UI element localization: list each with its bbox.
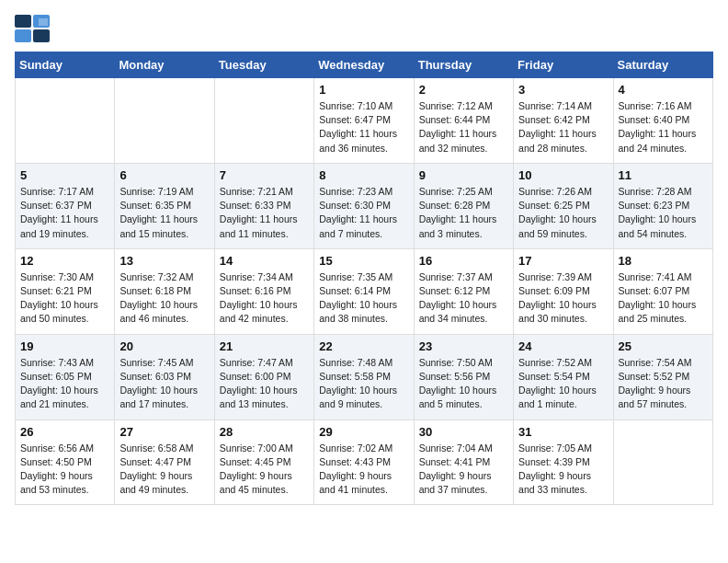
calendar-cell: 18Sunrise: 7:41 AM Sunset: 6:07 PM Dayli… — [613, 248, 712, 334]
calendar-cell: 27Sunrise: 6:58 AM Sunset: 4:47 PM Dayli… — [115, 419, 214, 505]
day-info: Sunrise: 7:26 AM Sunset: 6:25 PM Dayligh… — [518, 185, 608, 241]
calendar-cell: 16Sunrise: 7:37 AM Sunset: 6:12 PM Dayli… — [414, 248, 513, 334]
day-info: Sunrise: 7:48 AM Sunset: 5:58 PM Dayligh… — [319, 356, 408, 412]
calendar-table: SundayMondayTuesdayWednesdayThursdayFrid… — [15, 52, 713, 505]
day-info: Sunrise: 7:10 AM Sunset: 6:47 PM Dayligh… — [319, 99, 408, 155]
header-cell-monday: Monday — [115, 52, 214, 78]
calendar-cell: 19Sunrise: 7:43 AM Sunset: 6:05 PM Dayli… — [16, 334, 115, 419]
day-info: Sunrise: 6:58 AM Sunset: 4:47 PM Dayligh… — [119, 442, 209, 498]
day-info: Sunrise: 7:32 AM Sunset: 6:18 PM Dayligh… — [119, 270, 209, 327]
calendar-cell — [16, 78, 115, 164]
calendar-cell: 7Sunrise: 7:21 AM Sunset: 6:33 PM Daylig… — [214, 163, 313, 248]
calendar-cell: 24Sunrise: 7:52 AM Sunset: 5:54 PM Dayli… — [514, 334, 613, 419]
svg-marker-4 — [39, 18, 48, 26]
day-info: Sunrise: 7:47 AM Sunset: 6:00 PM Dayligh… — [220, 356, 309, 412]
day-number: 11 — [619, 168, 708, 182]
day-info: Sunrise: 7:21 AM Sunset: 6:33 PM Dayligh… — [220, 185, 309, 241]
calendar-cell: 8Sunrise: 7:23 AM Sunset: 6:30 PM Daylig… — [314, 163, 414, 248]
day-number: 17 — [518, 254, 608, 268]
day-number: 7 — [220, 168, 309, 182]
calendar-cell: 12Sunrise: 7:30 AM Sunset: 6:21 PM Dayli… — [16, 248, 115, 334]
day-info: Sunrise: 7:12 AM Sunset: 6:44 PM Dayligh… — [419, 99, 508, 155]
day-info: Sunrise: 7:00 AM Sunset: 4:45 PM Dayligh… — [220, 442, 309, 498]
day-number: 27 — [119, 425, 209, 439]
header-cell-saturday: Saturday — [613, 52, 712, 78]
day-number: 12 — [20, 254, 109, 268]
svg-rect-2 — [15, 29, 31, 42]
day-number: 22 — [319, 339, 408, 353]
day-number: 9 — [419, 168, 508, 182]
day-number: 5 — [20, 168, 109, 182]
week-row-5: 26Sunrise: 6:56 AM Sunset: 4:50 PM Dayli… — [16, 419, 713, 505]
day-number: 24 — [518, 339, 608, 353]
day-number: 19 — [20, 339, 109, 353]
calendar-cell: 9Sunrise: 7:25 AM Sunset: 6:28 PM Daylig… — [414, 163, 513, 248]
day-number: 14 — [220, 254, 309, 268]
header-cell-sunday: Sunday — [16, 52, 115, 78]
calendar-cell: 6Sunrise: 7:19 AM Sunset: 6:35 PM Daylig… — [115, 163, 214, 248]
day-info: Sunrise: 7:28 AM Sunset: 6:23 PM Dayligh… — [619, 185, 708, 241]
day-info: Sunrise: 7:34 AM Sunset: 6:16 PM Dayligh… — [220, 270, 309, 327]
svg-rect-0 — [15, 15, 31, 28]
day-info: Sunrise: 7:50 AM Sunset: 5:56 PM Dayligh… — [419, 356, 508, 412]
week-row-3: 12Sunrise: 7:30 AM Sunset: 6:21 PM Dayli… — [16, 248, 713, 334]
day-info: Sunrise: 7:02 AM Sunset: 4:43 PM Dayligh… — [319, 442, 408, 498]
calendar-cell: 13Sunrise: 7:32 AM Sunset: 6:18 PM Dayli… — [115, 248, 214, 334]
day-number: 16 — [419, 254, 508, 268]
day-number: 10 — [518, 168, 608, 182]
day-info: Sunrise: 7:39 AM Sunset: 6:09 PM Dayligh… — [518, 270, 608, 327]
day-info: Sunrise: 7:19 AM Sunset: 6:35 PM Dayligh… — [119, 185, 209, 241]
day-number: 31 — [518, 425, 608, 439]
calendar-cell: 26Sunrise: 6:56 AM Sunset: 4:50 PM Dayli… — [16, 419, 115, 505]
header — [15, 15, 713, 42]
day-number: 21 — [220, 339, 309, 353]
header-cell-thursday: Thursday — [414, 52, 513, 78]
logo-icon — [15, 15, 50, 42]
day-number: 3 — [518, 83, 608, 97]
day-info: Sunrise: 6:56 AM Sunset: 4:50 PM Dayligh… — [20, 442, 109, 498]
day-info: Sunrise: 7:54 AM Sunset: 5:52 PM Dayligh… — [619, 356, 708, 412]
day-number: 15 — [319, 254, 408, 268]
day-info: Sunrise: 7:45 AM Sunset: 6:03 PM Dayligh… — [119, 356, 209, 412]
calendar-cell: 31Sunrise: 7:05 AM Sunset: 4:39 PM Dayli… — [514, 419, 613, 505]
day-number: 18 — [619, 254, 708, 268]
calendar-cell: 22Sunrise: 7:48 AM Sunset: 5:58 PM Dayli… — [314, 334, 414, 419]
day-number: 29 — [319, 425, 408, 439]
calendar-cell — [214, 78, 313, 164]
calendar-cell: 25Sunrise: 7:54 AM Sunset: 5:52 PM Dayli… — [613, 334, 712, 419]
day-info: Sunrise: 7:05 AM Sunset: 4:39 PM Dayligh… — [518, 442, 608, 498]
day-number: 28 — [220, 425, 309, 439]
svg-rect-3 — [33, 29, 50, 42]
calendar-cell: 2Sunrise: 7:12 AM Sunset: 6:44 PM Daylig… — [414, 78, 513, 164]
day-number: 23 — [419, 339, 508, 353]
calendar-cell: 14Sunrise: 7:34 AM Sunset: 6:16 PM Dayli… — [214, 248, 313, 334]
day-number: 2 — [419, 83, 508, 97]
calendar-cell: 21Sunrise: 7:47 AM Sunset: 6:00 PM Dayli… — [214, 334, 313, 419]
calendar-cell: 10Sunrise: 7:26 AM Sunset: 6:25 PM Dayli… — [514, 163, 613, 248]
day-info: Sunrise: 7:25 AM Sunset: 6:28 PM Dayligh… — [419, 185, 508, 241]
day-info: Sunrise: 7:04 AM Sunset: 4:41 PM Dayligh… — [419, 442, 508, 498]
calendar-cell: 4Sunrise: 7:16 AM Sunset: 6:40 PM Daylig… — [613, 78, 712, 164]
calendar-cell: 20Sunrise: 7:45 AM Sunset: 6:03 PM Dayli… — [115, 334, 214, 419]
day-info: Sunrise: 7:37 AM Sunset: 6:12 PM Dayligh… — [419, 270, 508, 327]
calendar-cell: 15Sunrise: 7:35 AM Sunset: 6:14 PM Dayli… — [314, 248, 414, 334]
day-info: Sunrise: 7:43 AM Sunset: 6:05 PM Dayligh… — [20, 356, 109, 412]
day-number: 30 — [419, 425, 508, 439]
day-number: 13 — [119, 254, 209, 268]
day-info: Sunrise: 7:41 AM Sunset: 6:07 PM Dayligh… — [619, 270, 708, 327]
calendar-cell: 23Sunrise: 7:50 AM Sunset: 5:56 PM Dayli… — [414, 334, 513, 419]
calendar-cell: 11Sunrise: 7:28 AM Sunset: 6:23 PM Dayli… — [613, 163, 712, 248]
calendar-cell: 3Sunrise: 7:14 AM Sunset: 6:42 PM Daylig… — [514, 78, 613, 164]
calendar-body: 1Sunrise: 7:10 AM Sunset: 6:47 PM Daylig… — [16, 78, 713, 505]
day-number: 8 — [319, 168, 408, 182]
logo — [15, 15, 53, 42]
day-info: Sunrise: 7:30 AM Sunset: 6:21 PM Dayligh… — [20, 270, 109, 327]
week-row-1: 1Sunrise: 7:10 AM Sunset: 6:47 PM Daylig… — [16, 78, 713, 164]
calendar-cell: 5Sunrise: 7:17 AM Sunset: 6:37 PM Daylig… — [16, 163, 115, 248]
day-info: Sunrise: 7:52 AM Sunset: 5:54 PM Dayligh… — [518, 356, 608, 412]
calendar-cell — [115, 78, 214, 164]
day-info: Sunrise: 7:17 AM Sunset: 6:37 PM Dayligh… — [20, 185, 109, 241]
day-info: Sunrise: 7:23 AM Sunset: 6:30 PM Dayligh… — [319, 185, 408, 241]
header-cell-wednesday: Wednesday — [314, 52, 414, 78]
header-cell-tuesday: Tuesday — [214, 52, 313, 78]
